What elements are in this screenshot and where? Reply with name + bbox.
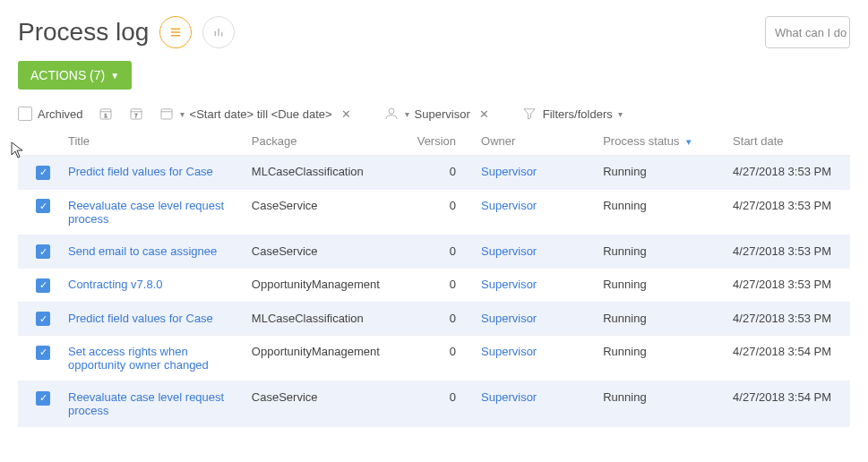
row-start: 4/27/2018 3:54 PM — [724, 381, 850, 427]
row-start: 4/27/2018 3:53 PM — [724, 269, 850, 303]
archived-filter[interactable]: Archived — [18, 107, 83, 121]
row-title-link[interactable]: Predict field values for Case — [68, 165, 213, 178]
row-package: CaseService — [243, 381, 408, 427]
table-row[interactable]: ✓Predict field values for CaseMLCaseClas… — [18, 156, 850, 190]
row-status: Running — [594, 235, 724, 269]
row-version: 0 — [408, 302, 465, 336]
col-title[interactable]: Title — [59, 127, 243, 156]
svg-point-14 — [389, 108, 394, 114]
row-status: Running — [594, 269, 724, 303]
row-version: 0 — [408, 189, 465, 235]
row-version: 0 — [408, 336, 465, 381]
row-title-link[interactable]: Reevaluate case level request process — [68, 390, 224, 417]
row-owner-link[interactable]: Supervisor — [481, 278, 537, 291]
calendar-day-1-button[interactable]: 1 — [98, 106, 114, 122]
table-header-row: Title Package Version Owner Process stat… — [18, 127, 850, 156]
row-title-link[interactable]: Send email to case assignee — [68, 244, 217, 258]
filters-folders-label: Filters/folders — [543, 107, 613, 121]
col-owner[interactable]: Owner — [465, 127, 594, 156]
process-table: Title Package Version Owner Process stat… — [0, 127, 868, 427]
page-title: Process log — [18, 18, 149, 47]
svg-text:7: 7 — [134, 113, 138, 118]
row-start: 4/27/2018 3:53 PM — [724, 302, 850, 336]
table-row[interactable]: ✓Reevaluate case level request processCa… — [18, 189, 850, 235]
row-start: 4/27/2018 3:53 PM — [724, 156, 850, 190]
row-owner-link[interactable]: Supervisor — [481, 345, 537, 358]
row-checkbox[interactable]: ✓ — [36, 166, 50, 180]
row-checkbox[interactable]: ✓ — [36, 312, 50, 326]
row-package: OpportunityManagement — [243, 269, 408, 303]
row-status: Running — [594, 302, 724, 336]
row-package: OpportunityManagement — [243, 336, 408, 381]
row-title-link[interactable]: Set access rights when opportunity owner… — [68, 345, 209, 372]
row-status: Running — [594, 336, 724, 381]
row-start: 4/27/2018 3:53 PM — [724, 235, 850, 269]
actions-label: ACTIONS (7) — [30, 68, 105, 82]
calendar-day-7-button[interactable]: 7 — [128, 106, 144, 122]
row-title-link[interactable]: Contracting v7.8.0 — [68, 278, 163, 291]
table-row[interactable]: ✓Predict field values for CaseMLCaseClas… — [18, 302, 850, 336]
archived-checkbox[interactable] — [18, 107, 32, 121]
col-package[interactable]: Package — [243, 127, 408, 156]
actions-button[interactable]: ACTIONS (7) ▼ — [18, 61, 132, 90]
archived-label: Archived — [38, 107, 83, 121]
row-package: CaseService — [243, 189, 408, 235]
row-owner-link[interactable]: Supervisor — [481, 165, 537, 178]
caret-down-icon: ▾ — [180, 109, 185, 119]
row-version: 0 — [408, 269, 465, 303]
owner-filter[interactable]: ▾ Supervisor ✕ — [383, 106, 489, 122]
table-row[interactable]: ✓Set access rights when opportunity owne… — [18, 336, 850, 381]
row-checkbox[interactable]: ✓ — [36, 244, 50, 259]
row-owner-link[interactable]: Supervisor — [481, 244, 537, 258]
row-package: MLCaseClassification — [243, 156, 408, 190]
list-view-button[interactable] — [159, 16, 192, 48]
clear-date-icon[interactable]: ✕ — [341, 107, 351, 121]
chart-view-button[interactable] — [202, 16, 235, 48]
date-range-filter[interactable]: ▾ <Start date> till <Due date> ✕ — [159, 106, 351, 122]
sort-indicator-icon: ▾ — [686, 136, 692, 147]
row-owner-link[interactable]: Supervisor — [481, 312, 537, 325]
search-box[interactable]: What can I do fo — [765, 16, 850, 48]
row-checkbox[interactable]: ✓ — [36, 391, 50, 406]
col-start[interactable]: Start date — [724, 127, 850, 156]
svg-rect-12 — [161, 109, 172, 119]
row-status: Running — [594, 156, 724, 190]
row-start: 4/27/2018 3:53 PM — [724, 189, 850, 235]
date-range-label: <Start date> till <Due date> — [190, 107, 332, 121]
clear-owner-icon[interactable]: ✕ — [479, 107, 489, 121]
table-row[interactable]: ✓Contracting v7.8.0OpportunityManagement… — [18, 269, 850, 303]
row-owner-link[interactable]: Supervisor — [481, 199, 537, 212]
row-checkbox[interactable]: ✓ — [36, 199, 50, 213]
row-title-link[interactable]: Reevaluate case level request process — [68, 199, 224, 226]
actions-row: ACTIONS (7) ▼ — [0, 56, 868, 97]
row-start: 4/27/2018 3:54 PM — [724, 336, 850, 381]
row-status: Running — [594, 189, 724, 235]
svg-text:1: 1 — [104, 113, 107, 118]
caret-down-icon: ▾ — [618, 109, 623, 119]
row-package: MLCaseClassification — [243, 302, 408, 336]
page-header: Process log What can I do fo — [0, 0, 868, 56]
row-version: 0 — [408, 381, 465, 427]
filters-row: Archived 1 7 ▾ <Start date> till <Due da… — [0, 97, 868, 127]
row-package: CaseService — [243, 235, 408, 269]
table-row[interactable]: ✓Send email to case assigneeCaseService0… — [18, 235, 850, 269]
row-checkbox[interactable]: ✓ — [36, 346, 50, 360]
col-version[interactable]: Version — [408, 127, 465, 156]
row-status: Running — [594, 381, 724, 427]
row-checkbox[interactable]: ✓ — [36, 278, 50, 293]
row-version: 0 — [408, 156, 465, 190]
row-title-link[interactable]: Predict field values for Case — [68, 312, 213, 325]
filters-folders-button[interactable]: Filters/folders ▾ — [521, 106, 623, 122]
owner-filter-label: Supervisor — [415, 107, 470, 121]
col-status[interactable]: Process status ▾ — [594, 127, 724, 156]
row-version: 0 — [408, 235, 465, 269]
row-owner-link[interactable]: Supervisor — [481, 390, 537, 404]
caret-down-icon: ▼ — [110, 71, 119, 81]
table-row[interactable]: ✓Reevaluate case level request processCa… — [18, 381, 850, 427]
caret-down-icon: ▾ — [405, 109, 409, 119]
